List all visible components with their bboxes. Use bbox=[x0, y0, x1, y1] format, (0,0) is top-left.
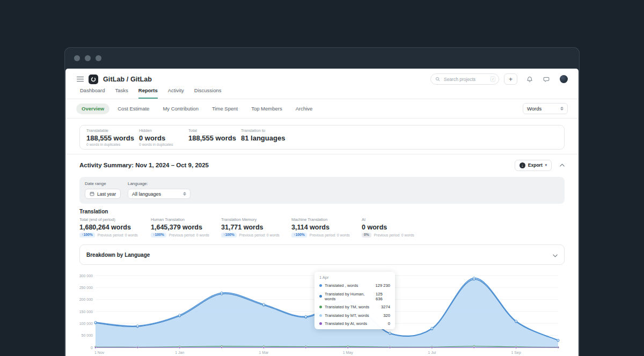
menu-icon[interactable] bbox=[77, 77, 84, 82]
stat-label: Translation Memory bbox=[221, 217, 291, 222]
language-label: Language: bbox=[128, 181, 191, 186]
tab-reports[interactable]: Reports bbox=[138, 87, 158, 99]
stat-note: 0 words in duplicates bbox=[139, 143, 188, 147]
user-avatar[interactable] bbox=[560, 75, 568, 83]
stat-value: 31,771 words bbox=[221, 224, 291, 231]
stat-label: Translatable bbox=[86, 128, 139, 133]
tooltip-value: 0 bbox=[388, 321, 390, 326]
select-arrows-icon bbox=[560, 107, 564, 111]
primary-tabs: Dashboard Tasks Reports Activity Discuss… bbox=[65, 86, 579, 99]
language-select-value: All languages bbox=[132, 191, 179, 197]
svg-text:0: 0 bbox=[91, 346, 93, 350]
browser-window: GitLab / GitLab / + Dashboard Tasks bbox=[64, 47, 580, 356]
export-download-icon: ↓ bbox=[519, 162, 525, 168]
page-title: GitLab / GitLab bbox=[103, 76, 152, 83]
language-filter: Language: All languages bbox=[128, 181, 191, 199]
language-select[interactable]: All languages bbox=[128, 189, 191, 199]
desktop-background: GitLab / GitLab / + Dashboard Tasks bbox=[0, 0, 644, 356]
filter-bar: Date range Last year Language: All langu… bbox=[79, 177, 565, 204]
tooltip-label: Translated by MT, words bbox=[325, 313, 369, 318]
stat-note: Previous period: 0 words bbox=[310, 233, 350, 237]
svg-text:150 000: 150 000 bbox=[79, 310, 93, 314]
svg-text:200 000: 200 000 bbox=[79, 298, 93, 301]
stat-note: Previous period: 0 words bbox=[239, 233, 280, 237]
export-button[interactable]: ↓ Export ▾ bbox=[515, 160, 552, 171]
tab-discussions[interactable]: Discussions bbox=[194, 87, 222, 99]
tab-tasks[interactable]: Tasks bbox=[115, 87, 128, 99]
export-caret-icon: ▾ bbox=[545, 163, 547, 167]
svg-text:1 Mar: 1 Mar bbox=[259, 351, 269, 354]
tooltip-row: Translated by Human, words 125 636 bbox=[319, 290, 390, 303]
tooltip-row: Translated , words 129 230 bbox=[319, 281, 390, 290]
stat-label: Machine Translation bbox=[291, 217, 362, 222]
series-dot-icon bbox=[319, 322, 322, 325]
tooltip-label: Translated , words bbox=[325, 283, 358, 288]
tooltip-row: Translated by TM, words 3274 bbox=[319, 303, 390, 311]
subtab-my-contribution[interactable]: My Contribution bbox=[157, 103, 204, 114]
series-dot-icon bbox=[319, 284, 322, 287]
tooltip-label: Translated by Human, words bbox=[325, 292, 376, 301]
translation-stat-ai: AI 0 words 0%Previous period: 0 words bbox=[362, 217, 432, 238]
project-logo-icon bbox=[89, 75, 98, 84]
tab-activity[interactable]: Activity bbox=[168, 87, 184, 99]
translation-stat-total: Total (end of period) 1,680,264 words ↑1… bbox=[79, 217, 151, 238]
subtab-overview[interactable]: Overview bbox=[76, 103, 109, 114]
stat-note bbox=[241, 143, 285, 147]
tooltip-row: Translated by MT, words 320 bbox=[319, 311, 390, 319]
window-control-dot[interactable] bbox=[74, 55, 80, 61]
stat-value: 3,114 words bbox=[291, 224, 362, 231]
stat-value: 1,680,264 words bbox=[79, 224, 151, 231]
subtab-top-members[interactable]: Top Members bbox=[246, 103, 288, 114]
stat-translatable: Translatable 188,555 words 0 words in du… bbox=[86, 130, 139, 145]
svg-text:100 000: 100 000 bbox=[79, 322, 93, 325]
activity-summary-header: Activity Summary: Nov 1, 2024 – Oct 9, 2… bbox=[79, 159, 565, 172]
add-button[interactable]: + bbox=[504, 73, 517, 85]
translation-stat-mt: Machine Translation 3,114 words ↑100%Pre… bbox=[291, 217, 362, 238]
stat-note: Previous period: 0 words bbox=[98, 233, 138, 237]
search-input[interactable] bbox=[443, 76, 488, 83]
messages-icon[interactable] bbox=[542, 75, 551, 84]
unit-select[interactable]: Words bbox=[523, 103, 568, 114]
notifications-bell-icon[interactable] bbox=[525, 75, 534, 84]
svg-text:250 000: 250 000 bbox=[79, 286, 93, 290]
svg-text:1 Jul: 1 Jul bbox=[428, 351, 436, 354]
window-control-dot[interactable] bbox=[96, 55, 101, 61]
search-box[interactable]: / bbox=[430, 73, 499, 85]
stat-note: Previous period: 0 words bbox=[374, 233, 414, 237]
subtab-time-spent[interactable]: Time Spent bbox=[207, 103, 243, 114]
stat-value: 188,555 words bbox=[188, 134, 241, 142]
activity-chart[interactable]: 300 000250 000200 000150 000100 00050 00… bbox=[79, 269, 565, 356]
date-range-button[interactable]: Last year bbox=[85, 189, 121, 199]
svg-text:300 000: 300 000 bbox=[79, 274, 93, 278]
chevron-up-icon bbox=[560, 164, 565, 167]
tooltip-value: 129 230 bbox=[376, 283, 390, 288]
trend-badge: ↑100% bbox=[221, 233, 237, 238]
unit-select-value: Words bbox=[527, 106, 556, 112]
collapse-section-button[interactable] bbox=[560, 164, 565, 167]
svg-text:1 Jan: 1 Jan bbox=[175, 351, 184, 354]
date-range-filter: Date range Last year bbox=[85, 181, 121, 199]
breakdown-by-language-header[interactable]: Breakdown by Language bbox=[79, 244, 565, 265]
svg-text:1 Nov: 1 Nov bbox=[94, 351, 105, 354]
date-range-value: Last year bbox=[97, 191, 116, 197]
trend-badge: ↑100% bbox=[151, 233, 166, 238]
tab-dashboard[interactable]: Dashboard bbox=[80, 87, 105, 99]
stat-note: Previous period: 0 words bbox=[169, 233, 209, 237]
export-button-label: Export bbox=[528, 162, 543, 168]
stat-label: Human Translation bbox=[151, 217, 221, 222]
chart-tooltip: 1 Apr Translated , words 129 230 Transla… bbox=[314, 272, 395, 329]
reports-subnav: Overview Cost Estimate My Contribution T… bbox=[65, 99, 579, 118]
tooltip-value: 125 636 bbox=[376, 292, 390, 301]
stat-label: Translation to bbox=[241, 128, 285, 133]
stat-value: 1,645,379 words bbox=[151, 224, 221, 231]
subtab-archive[interactable]: Archive bbox=[290, 103, 318, 114]
subtab-cost-estimate[interactable]: Cost Estimate bbox=[112, 103, 155, 114]
search-shortcut-hint: / bbox=[491, 76, 495, 82]
translation-stat-human: Human Translation 1,645,379 words ↑100%P… bbox=[151, 217, 221, 238]
tooltip-row: Translated by AI, words 0 bbox=[319, 320, 390, 328]
window-control-dot[interactable] bbox=[85, 55, 91, 61]
stat-value: 188,555 words bbox=[86, 134, 139, 142]
stat-translation-to: Translation to 81 languages bbox=[241, 130, 285, 145]
select-arrows-icon bbox=[183, 192, 186, 196]
window-chrome bbox=[65, 48, 579, 69]
